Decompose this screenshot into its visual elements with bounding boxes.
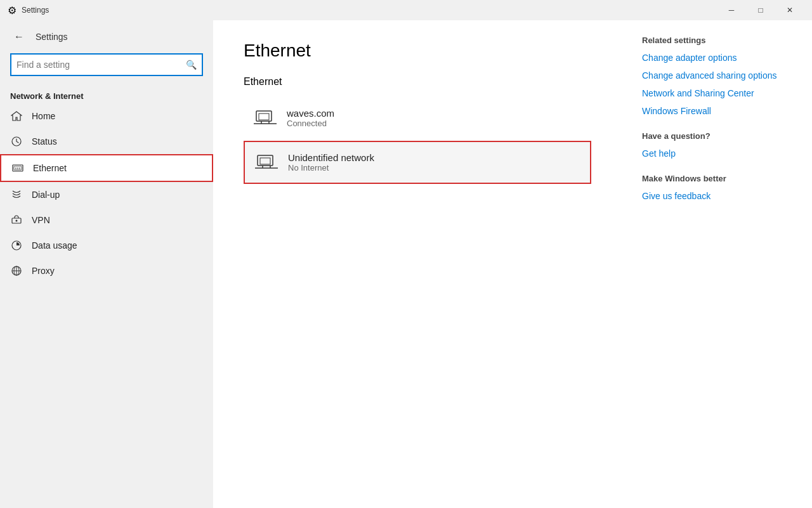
sidebar-item-datausage-label: Data usage xyxy=(32,240,77,251)
section-title: Ethernet xyxy=(244,76,591,88)
sidebar-item-ethernet-label: Ethernet xyxy=(33,163,67,173)
status-icon xyxy=(10,135,23,148)
sidebar-item-vpn-label: VPN xyxy=(32,215,50,225)
network-status-unidentified: No Internet xyxy=(288,163,374,173)
sidebar-item-status-label: Status xyxy=(32,136,57,147)
network-name-waves: waves.com xyxy=(287,108,334,119)
main-content: Ethernet Ethernet waves.com Connected xyxy=(213,20,622,508)
related-settings-heading: Related settings xyxy=(642,36,792,45)
titlebar-title: Settings xyxy=(22,6,49,15)
ethernet-icon xyxy=(11,162,24,174)
related-settings-section: Related settings Change adapter options … xyxy=(642,36,792,116)
sidebar-item-dialup[interactable]: Dial-up xyxy=(0,182,213,207)
search-icon[interactable]: 🔍 xyxy=(186,60,197,70)
network-status-waves: Connected xyxy=(287,119,334,128)
sidebar-item-dialup-label: Dial-up xyxy=(32,190,60,200)
titlebar-left: ⚙ Settings xyxy=(8,4,49,16)
minimize-button[interactable]: ─ xyxy=(717,0,746,20)
titlebar-controls: ─ □ ✕ xyxy=(717,0,804,20)
network-name-unidentified: Unidentified network xyxy=(288,152,374,163)
give-feedback-link[interactable]: Give us feedback xyxy=(642,191,792,201)
vpn-icon xyxy=(10,214,23,226)
sidebar-item-status[interactable]: Status xyxy=(0,129,213,154)
sidebar-item-proxy-label: Proxy xyxy=(32,266,55,276)
sidebar-item-datausage[interactable]: Data usage xyxy=(0,233,213,258)
sidebar-item-home[interactable]: Home xyxy=(0,103,213,129)
sidebar-item-ethernet[interactable]: Ethernet xyxy=(0,154,213,182)
network-item-waves[interactable]: waves.com Connected xyxy=(244,98,591,138)
change-sharing-link[interactable]: Change advanced sharing options xyxy=(642,70,792,81)
sidebar: ← Settings 🔍 Network & Internet Home xyxy=(0,20,213,508)
network-icon-unidentified xyxy=(255,151,278,174)
sidebar-item-proxy[interactable]: Proxy xyxy=(0,258,213,283)
search-box: 🔍 xyxy=(10,53,203,76)
help-section: Have a question? Get help xyxy=(642,131,792,159)
close-button[interactable]: ✕ xyxy=(775,0,804,20)
page-title: Ethernet xyxy=(244,41,591,61)
sidebar-item-home-label: Home xyxy=(32,111,55,121)
app-body: ← Settings 🔍 Network & Internet Home xyxy=(0,20,812,508)
home-icon xyxy=(10,110,23,122)
network-item-unidentified[interactable]: Unidentified network No Internet xyxy=(244,141,591,184)
feedback-heading: Make Windows better xyxy=(642,174,792,183)
search-input[interactable] xyxy=(16,60,182,70)
settings-icon: ⚙ xyxy=(8,4,16,16)
network-info-unidentified: Unidentified network No Internet xyxy=(288,152,374,173)
svg-rect-14 xyxy=(259,114,269,120)
sidebar-app-title: Settings xyxy=(36,32,68,42)
get-help-link[interactable]: Get help xyxy=(642,148,792,159)
feedback-section: Make Windows better Give us feedback xyxy=(642,174,792,201)
dialup-icon xyxy=(10,188,23,201)
change-adapter-link[interactable]: Change adapter options xyxy=(642,53,792,63)
sidebar-item-vpn[interactable]: VPN xyxy=(0,207,213,233)
search-container: 🔍 xyxy=(0,53,213,86)
sidebar-top: ← Settings xyxy=(0,20,213,53)
proxy-icon xyxy=(10,264,23,277)
titlebar: ⚙ Settings ─ □ ✕ xyxy=(0,0,812,20)
network-icon-waves xyxy=(254,107,277,129)
back-button[interactable]: ← xyxy=(10,28,28,46)
right-panel: Related settings Change adapter options … xyxy=(622,20,812,508)
windows-firewall-link[interactable]: Windows Firewall xyxy=(642,106,792,116)
network-sharing-center-link[interactable]: Network and Sharing Center xyxy=(642,88,792,98)
sidebar-section-label: Network & Internet xyxy=(0,86,213,103)
network-info-waves: waves.com Connected xyxy=(287,108,334,128)
svg-point-7 xyxy=(16,220,18,222)
svg-rect-19 xyxy=(260,158,270,164)
help-heading: Have a question? xyxy=(642,131,792,141)
maximize-button[interactable]: □ xyxy=(746,0,775,20)
data-usage-icon xyxy=(10,239,23,252)
